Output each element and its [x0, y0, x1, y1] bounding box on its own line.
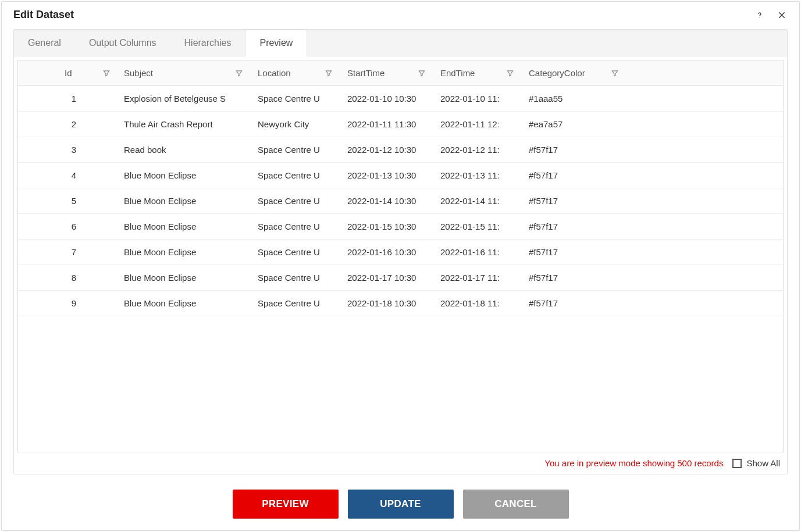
column-header-label: Id	[65, 68, 72, 78]
cell-endtime: 2022-01-14 11:	[433, 188, 522, 213]
cell-subject: Thule Air Crash Report	[117, 112, 251, 137]
preview-mode-note: You are in preview mode showing 500 reco…	[544, 458, 723, 468]
cell-id: 4	[18, 163, 117, 188]
table-row[interactable]: 7Blue Moon EclipseSpace Centre U2022-01-…	[18, 240, 783, 265]
dialog-header-actions	[754, 9, 788, 21]
column-header-label: Location	[258, 68, 291, 78]
cell-subject: Blue Moon Eclipse	[117, 265, 251, 290]
svg-point-0	[759, 17, 760, 17]
cell-starttime: 2022-01-15 10:30	[340, 214, 433, 239]
cell-categorycolor: #1aaa55	[522, 86, 626, 111]
column-header-label: CategoryColor	[529, 68, 585, 78]
tab-general[interactable]: General	[14, 30, 75, 56]
dialog-body: General Output Columns Hierarchies Previ…	[13, 29, 788, 474]
cell-id: 6	[18, 214, 117, 239]
cell-location: Space Centre U	[251, 137, 340, 162]
checkbox-icon[interactable]	[732, 459, 742, 468]
cell-id: 5	[18, 188, 117, 213]
cell-subject: Explosion of Betelgeuse S	[117, 86, 251, 111]
dialog-title: Edit Dataset	[13, 9, 74, 21]
close-icon[interactable]	[776, 9, 788, 21]
cell-starttime: 2022-01-10 10:30	[340, 86, 433, 111]
cell-categorycolor: #f57f17	[522, 214, 626, 239]
cell-id: 3	[18, 137, 117, 162]
cell-location: Space Centre U	[251, 240, 340, 265]
filter-icon[interactable]	[418, 69, 426, 77]
cell-subject: Blue Moon Eclipse	[117, 163, 251, 188]
tab-hierarchies[interactable]: Hierarchies	[170, 30, 245, 56]
cell-location: Newyork City	[251, 112, 340, 137]
column-header-label: EndTime	[440, 68, 475, 78]
cell-subject: Read book	[117, 137, 251, 162]
cell-starttime: 2022-01-13 10:30	[340, 163, 433, 188]
cell-starttime: 2022-01-12 10:30	[340, 137, 433, 162]
cell-starttime: 2022-01-17 10:30	[340, 265, 433, 290]
cell-categorycolor: #f57f17	[522, 291, 626, 316]
table-row[interactable]: 1Explosion of Betelgeuse SSpace Centre U…	[18, 86, 783, 112]
cell-endtime: 2022-01-16 11:	[433, 240, 522, 265]
grid-footer: You are in preview mode showing 500 reco…	[14, 452, 787, 474]
table-row[interactable]: 9Blue Moon EclipseSpace Centre U2022-01-…	[18, 291, 783, 316]
cell-categorycolor: #ea7a57	[522, 112, 626, 137]
grid-body[interactable]: 1Explosion of Betelgeuse SSpace Centre U…	[18, 86, 783, 452]
grid-header-row: Id Subject Location StartTime	[18, 60, 783, 86]
cell-id: 8	[18, 265, 117, 290]
cell-endtime: 2022-01-13 11:	[433, 163, 522, 188]
cell-starttime: 2022-01-16 10:30	[340, 240, 433, 265]
cell-endtime: 2022-01-15 11:	[433, 214, 522, 239]
column-header-location[interactable]: Location	[251, 60, 340, 85]
grid: Id Subject Location StartTime	[18, 60, 783, 452]
table-row[interactable]: 4Blue Moon EclipseSpace Centre U2022-01-…	[18, 163, 783, 188]
filter-icon[interactable]	[506, 69, 514, 77]
cell-endtime: 2022-01-11 12:	[433, 112, 522, 137]
filter-icon[interactable]	[611, 69, 619, 77]
help-icon[interactable]	[754, 9, 766, 21]
column-header-starttime[interactable]: StartTime	[340, 60, 433, 85]
column-header-label: Subject	[124, 68, 153, 78]
table-row[interactable]: 6Blue Moon EclipseSpace Centre U2022-01-…	[18, 214, 783, 240]
cell-categorycolor: #f57f17	[522, 163, 626, 188]
show-all-label: Show All	[746, 458, 780, 468]
column-header-id[interactable]: Id	[18, 60, 117, 85]
column-header-endtime[interactable]: EndTime	[433, 60, 522, 85]
preview-button[interactable]: PREVIEW	[233, 490, 339, 519]
cell-starttime: 2022-01-18 10:30	[340, 291, 433, 316]
cell-id: 7	[18, 240, 117, 265]
dialog-header: Edit Dataset	[13, 9, 788, 26]
cell-starttime: 2022-01-11 11:30	[340, 112, 433, 137]
cell-location: Space Centre U	[251, 214, 340, 239]
preview-grid: Id Subject Location StartTime	[17, 60, 784, 452]
cancel-button[interactable]: CANCEL	[463, 490, 569, 519]
tab-preview[interactable]: Preview	[245, 30, 307, 56]
cell-endtime: 2022-01-10 11:	[433, 86, 522, 111]
cell-endtime: 2022-01-17 11:	[433, 265, 522, 290]
cell-location: Space Centre U	[251, 291, 340, 316]
cell-categorycolor: #f57f17	[522, 188, 626, 213]
show-all-toggle[interactable]: Show All	[732, 458, 780, 468]
edit-dataset-dialog: Edit Dataset General Output Columns Hier…	[1, 1, 800, 531]
tab-bar: General Output Columns Hierarchies Previ…	[14, 30, 787, 56]
table-row[interactable]: 5Blue Moon EclipseSpace Centre U2022-01-…	[18, 188, 783, 214]
cell-subject: Blue Moon Eclipse	[117, 291, 251, 316]
filter-icon[interactable]	[325, 69, 333, 77]
column-header-subject[interactable]: Subject	[117, 60, 251, 85]
cell-endtime: 2022-01-18 11:	[433, 291, 522, 316]
cell-categorycolor: #f57f17	[522, 137, 626, 162]
filter-icon[interactable]	[102, 69, 111, 77]
cell-starttime: 2022-01-14 10:30	[340, 188, 433, 213]
table-row[interactable]: 3Read bookSpace Centre U2022-01-12 10:30…	[18, 137, 783, 163]
column-header-categorycolor[interactable]: CategoryColor	[522, 60, 626, 85]
column-header-label: StartTime	[347, 68, 385, 78]
table-row[interactable]: 2Thule Air Crash ReportNewyork City2022-…	[18, 112, 783, 137]
cell-subject: Blue Moon Eclipse	[117, 188, 251, 213]
filter-icon[interactable]	[235, 69, 243, 77]
table-row[interactable]: 8Blue Moon EclipseSpace Centre U2022-01-…	[18, 265, 783, 291]
cell-location: Space Centre U	[251, 188, 340, 213]
update-button[interactable]: UPDATE	[348, 490, 454, 519]
cell-location: Space Centre U	[251, 265, 340, 290]
cell-categorycolor: #f57f17	[522, 265, 626, 290]
cell-subject: Blue Moon Eclipse	[117, 214, 251, 239]
dialog-action-bar: PREVIEW UPDATE CANCEL	[13, 474, 788, 519]
tab-output-columns[interactable]: Output Columns	[75, 30, 170, 56]
cell-endtime: 2022-01-12 11:	[433, 137, 522, 162]
